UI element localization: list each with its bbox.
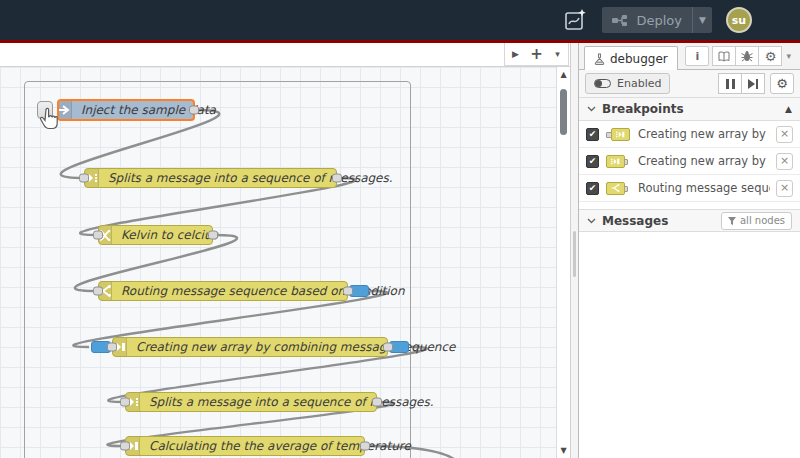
- breakpoint-row: ✔ Creating new array by combining messag…: [579, 121, 800, 148]
- deploy-options-arrow[interactable]: ▼: [692, 7, 712, 33]
- header: Deploy ▼ su: [0, 0, 800, 40]
- output-port[interactable]: [189, 106, 199, 115]
- funnel-icon: [728, 217, 736, 225]
- tab-debugger[interactable]: debugger: [584, 46, 678, 70]
- output-port[interactable]: [208, 231, 218, 240]
- chevron-down-icon: [587, 106, 596, 112]
- config-nodes-button[interactable]: ⚙: [758, 46, 782, 66]
- node-label: Splits a message into a sequence of mess…: [99, 171, 402, 185]
- messages-section-header[interactable]: Messages all nodes: [579, 209, 800, 232]
- deploy-button[interactable]: Deploy ▼: [602, 7, 712, 33]
- input-port[interactable]: [120, 398, 130, 407]
- pause-icon: [726, 79, 735, 89]
- sidebar-tab-bar: debugger i ⚙ ▾: [579, 43, 800, 70]
- deploy-icon: [612, 14, 629, 27]
- output-port[interactable]: [372, 398, 382, 407]
- breakpoint-label: Creating new array by combining message …: [638, 127, 770, 141]
- flask-icon: [594, 53, 605, 65]
- remove-breakpoint-button[interactable]: ×: [776, 126, 793, 143]
- pause-button[interactable]: [718, 73, 742, 94]
- help-button[interactable]: [712, 46, 736, 66]
- messages-list-empty: [579, 232, 800, 458]
- step-icon: [748, 79, 758, 89]
- deploy-label: Deploy: [636, 13, 682, 28]
- sidebar-splitter[interactable]: [570, 43, 578, 458]
- output-port[interactable]: [383, 343, 393, 352]
- scroll-up-icon[interactable]: ▲: [557, 70, 570, 79]
- avatar[interactable]: su: [726, 7, 752, 33]
- join-node-icon: [605, 127, 632, 142]
- section-title: Breakpoints: [602, 102, 684, 116]
- scroll-tabs-button[interactable]: ▶: [505, 43, 526, 65]
- sidebar-options-icon[interactable]: ▾: [782, 51, 795, 61]
- main-area: ▶ + ▾: [0, 43, 800, 458]
- flow-list-button[interactable]: ▾: [547, 43, 568, 65]
- switch-node-icon: [605, 181, 632, 196]
- info-button[interactable]: i: [685, 46, 709, 66]
- node-join-2[interactable]: Calculating the the average of temperatu…: [125, 436, 365, 456]
- node-label: Calculating the the average of temperatu…: [140, 439, 420, 453]
- debugger-toolbar: Enabled ⚙: [579, 70, 800, 98]
- scroll-down-icon[interactable]: ▼: [557, 446, 570, 455]
- add-flow-button[interactable]: +: [526, 43, 547, 65]
- node-inject[interactable]: Inject the sample data: [57, 99, 195, 121]
- debug-button[interactable]: [735, 46, 759, 66]
- scrollbar-thumb[interactable]: [560, 89, 567, 135]
- node-label: Splits a message into a sequence of mess…: [140, 395, 443, 409]
- output-port[interactable]: [332, 174, 342, 183]
- breakpoint-checkbox[interactable]: ✔: [586, 155, 599, 168]
- input-port[interactable]: [79, 174, 89, 183]
- input-port[interactable]: [107, 343, 117, 352]
- output-port[interactable]: [343, 287, 353, 296]
- tab-label: debugger: [610, 52, 668, 66]
- inject-icon: [59, 101, 72, 119]
- input-port[interactable]: [93, 287, 103, 296]
- node-split-2[interactable]: Splits a message into a sequence of mess…: [125, 392, 377, 412]
- breakpoint-checkbox[interactable]: ✔: [586, 182, 599, 195]
- node-change[interactable]: Kelvin to celcius: [98, 225, 213, 245]
- info-icon: i: [696, 50, 700, 63]
- collapse-icon[interactable]: ▲: [785, 104, 792, 114]
- input-port[interactable]: [93, 231, 103, 240]
- sidebar: debugger i ⚙ ▾ Enabled: [578, 43, 800, 458]
- enabled-label: Enabled: [617, 77, 661, 90]
- enabled-toggle-button[interactable]: Enabled: [585, 73, 670, 94]
- bug-icon: [741, 50, 753, 62]
- input-port[interactable]: [120, 442, 130, 451]
- step-button[interactable]: [741, 73, 765, 94]
- node-label: Inject the sample data: [72, 103, 225, 117]
- breakpoint-label: Creating new array by combining message …: [638, 154, 770, 168]
- breakpoint-row: ✔ Routing message sequence based on cond…: [579, 175, 800, 202]
- filter-label: all nodes: [740, 215, 785, 226]
- message-filter-button[interactable]: all nodes: [721, 212, 792, 230]
- hand-cursor: [38, 107, 60, 133]
- node-switch[interactable]: Routing message sequence based on condit…: [98, 281, 348, 301]
- canvas-scrollbar[interactable]: ▲ ▼: [556, 67, 570, 458]
- flow-tab-bar: ▶ + ▾: [0, 43, 570, 67]
- breakpoint-row: ✔ Creating new array by combining messag…: [579, 148, 800, 175]
- node-split-1[interactable]: Splits a message into a sequence of mess…: [84, 168, 337, 188]
- toggle-icon: [594, 79, 611, 88]
- remove-breakpoint-button[interactable]: ×: [776, 153, 793, 170]
- spacer: [579, 202, 800, 209]
- breakpoint-checkbox[interactable]: ✔: [586, 128, 599, 141]
- flow-canvas[interactable]: Inject the sample data Splits a message …: [0, 67, 556, 458]
- book-icon: [718, 51, 730, 62]
- chevron-down-icon: [587, 218, 596, 224]
- ai-assistant-icon[interactable]: [562, 7, 588, 33]
- breakpoints-section-header[interactable]: Breakpoints ▲: [579, 98, 800, 121]
- workspace: ▶ + ▾: [0, 43, 570, 458]
- output-port[interactable]: [360, 442, 370, 451]
- menu-icon[interactable]: [766, 13, 788, 28]
- splitter-thumb[interactable]: [573, 231, 576, 277]
- join-node-icon: [605, 154, 632, 169]
- breakpoint-label: Routing message sequence based on condit…: [638, 181, 770, 195]
- debugger-settings-button[interactable]: ⚙: [770, 73, 794, 94]
- gear-icon: ⚙: [776, 76, 788, 91]
- remove-breakpoint-button[interactable]: ×: [776, 180, 793, 197]
- section-title: Messages: [602, 214, 668, 228]
- node-join-1[interactable]: Creating new array by combining message …: [112, 337, 388, 357]
- node-label: Creating new array by combining message …: [127, 340, 464, 354]
- gear-icon: ⚙: [765, 49, 777, 64]
